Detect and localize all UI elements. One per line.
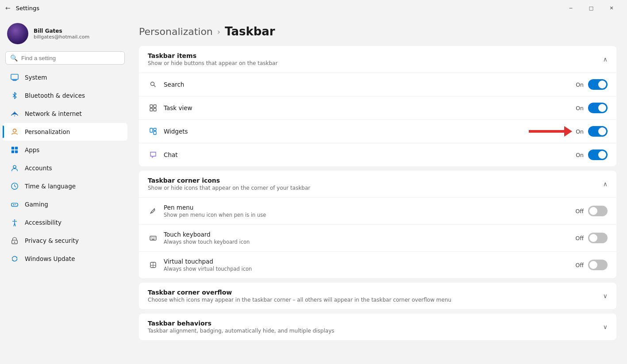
virtual-touchpad-icon [148,260,158,270]
setting-row-search: SearchOn [139,73,616,96]
sidebar-item-personalization[interactable]: Personalization [3,123,127,141]
svg-point-9 [13,165,16,168]
toggle-chat[interactable] [588,149,608,160]
sidebar-item-system[interactable]: System [3,69,127,86]
sidebar-item-accessibility[interactable]: Accessibility [3,214,127,231]
setting-right-task-view: On [576,103,608,113]
setting-label-virtual-touchpad: Virtual touchpad [164,258,576,265]
accounts-nav-icon [10,163,19,173]
section-header-taskbar-corner-overflow[interactable]: Taskbar corner overflowChoose which icon… [139,283,616,309]
sidebar-item-label-network: Network & internet [25,110,82,117]
sidebar-item-label-accounts: Accounts [25,165,52,172]
sidebar-item-time[interactable]: Time & language [3,177,127,195]
chevron-taskbar-corner-icons: ∧ [603,180,608,188]
svg-point-14 [14,241,15,243]
apps-nav-icon [10,145,19,155]
setting-label-touch-keyboard: Touch keyboard [164,231,576,238]
pen-menu-icon [148,206,158,216]
setting-label-block-pen-menu: Pen menuShow pen menu icon when pen is i… [164,204,576,218]
search-input[interactable] [21,55,120,61]
toggle-touch-keyboard[interactable] [588,233,608,243]
toggle-search[interactable] [588,79,608,90]
svg-point-3 [14,115,15,116]
section-subtitle-taskbar-corner-overflow: Choose which icons may appear in the tas… [148,297,451,303]
sidebar-item-label-bluetooth: Bluetooth & devices [25,92,85,99]
sidebar-item-accounts[interactable]: Accounts [3,159,127,177]
toggle-thumb-pen-menu [589,207,597,215]
sidebar-item-gaming[interactable]: Gaming [3,195,127,213]
sidebar-item-label-personalization: Personalization [25,128,70,135]
section-title-block-taskbar-behaviors: Taskbar behaviorsTaskbar alignment, badg… [148,320,335,334]
svg-rect-18 [150,108,153,111]
svg-rect-21 [154,128,156,130]
setting-status-search: On [576,81,584,88]
svg-rect-11 [12,203,18,206]
setting-status-touch-keyboard: Off [576,235,584,241]
toggle-thumb-touch-keyboard [589,234,597,242]
sections-container: Taskbar itemsShow or hide buttons that a… [139,46,616,340]
titlebar-title: Settings [16,5,39,11]
setting-sublabel-touch-keyboard: Always show touch keyboard icon [164,239,576,245]
search-icon: 🔍 [10,54,18,61]
toggle-task-view[interactable] [588,103,608,113]
svg-rect-26 [154,238,155,238]
system-nav-icon [10,73,19,82]
section-title-taskbar-items: Taskbar items [148,52,277,59]
bluetooth-nav-icon [10,91,19,100]
toggle-pen-menu[interactable] [588,206,608,216]
sidebar-item-bluetooth[interactable]: Bluetooth & devices [3,87,127,104]
maximize-button[interactable]: □ [581,1,601,15]
search-box[interactable]: 🔍 [5,51,125,65]
svg-rect-8 [15,150,18,153]
back-icon[interactable]: ← [5,4,11,11]
sidebar-item-network[interactable]: Network & internet [3,105,127,123]
setting-label-block-task-view: Task view [164,104,576,111]
toggle-thumb-search [598,80,606,88]
setting-right-search: On [576,79,608,90]
close-button[interactable]: ✕ [601,1,622,15]
setting-row-pen-menu: Pen menuShow pen menu icon when pen is i… [139,197,616,224]
section-taskbar-corner-icons: Taskbar corner iconsShow or hide icons t… [139,171,616,278]
sidebar-item-apps[interactable]: Apps [3,141,127,159]
avatar[interactable] [7,23,28,44]
section-taskbar-items: Taskbar itemsShow or hide buttons that a… [139,46,616,166]
section-header-taskbar-corner-icons[interactable]: Taskbar corner iconsShow or hide icons t… [139,171,616,197]
setting-status-task-view: On [576,105,584,111]
svg-rect-5 [12,147,14,149]
update-nav-icon [10,254,19,264]
setting-label-search: Search [164,81,576,88]
section-header-taskbar-behaviors[interactable]: Taskbar behaviorsTaskbar alignment, badg… [139,314,616,340]
user-info: Bill Gates billgates@hotmail.com [34,28,89,40]
chevron-taskbar-behaviors: ∨ [603,323,608,330]
setting-label-chat: Chat [164,151,576,158]
nav-container: SystemBluetooth & devicesNetwork & inter… [0,68,130,268]
setting-label-block-search: Search [164,81,576,88]
minimize-button[interactable]: ─ [561,1,581,15]
toggle-widgets[interactable] [588,126,608,137]
widgets-arrow-annotation [529,126,572,137]
accessibility-nav-icon [10,218,19,227]
svg-rect-27 [152,239,154,240]
breadcrumb-parent[interactable]: Personalization [139,26,213,37]
setting-status-virtual-touchpad: Off [576,262,584,268]
setting-sublabel-pen-menu: Show pen menu icon when pen is in use [164,212,576,218]
setting-status-pen-menu: Off [576,208,584,215]
setting-row-task-view: Task viewOn [139,96,616,119]
svg-rect-0 [11,74,18,80]
svg-point-4 [13,129,16,132]
toggle-thumb-chat [598,151,606,159]
sidebar: Bill Gates billgates@hotmail.com 🔍 Syste… [0,16,130,364]
setting-right-chat: On [576,149,608,160]
red-arrow [529,126,572,137]
toggle-thumb-virtual-touchpad [589,261,597,269]
setting-label-block-chat: Chat [164,151,576,158]
breadcrumb-separator: › [217,27,220,36]
setting-right-pen-menu: Off [576,206,608,216]
privacy-nav-icon [10,236,19,245]
page-header: Personalization › Taskbar [139,25,616,38]
section-title-taskbar-behaviors: Taskbar behaviors [148,320,335,327]
section-header-taskbar-items[interactable]: Taskbar itemsShow or hide buttons that a… [139,46,616,73]
toggle-virtual-touchpad[interactable] [588,260,608,270]
sidebar-item-privacy[interactable]: Privacy & security [3,232,127,249]
sidebar-item-update[interactable]: Windows Update [3,250,127,268]
